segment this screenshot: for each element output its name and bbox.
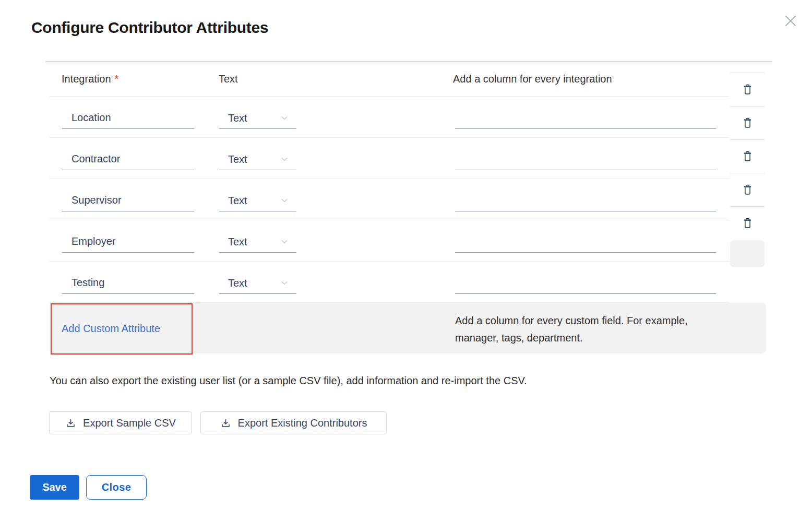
delete-attribute-button[interactable]	[730, 106, 765, 139]
delete-buttons-column	[730, 73, 765, 267]
add-custom-attribute-row: Add Custom Attribute Add a column for ev…	[50, 303, 766, 353]
attribute-type-value: Text	[228, 112, 247, 124]
table-row: Text	[50, 262, 729, 303]
page-title: Configure Contributor Attributes	[31, 19, 268, 37]
attribute-name-input[interactable]	[62, 194, 194, 211]
integration-row-description: Add a column for every integration	[453, 73, 612, 85]
attribute-column-input[interactable]	[455, 235, 716, 253]
delete-attribute-button[interactable]	[730, 73, 765, 106]
configure-contributor-attributes-modal: Configure Contributor Attributes Integra…	[0, 0, 812, 520]
required-asterisk: *	[115, 73, 119, 85]
integration-label: Integration	[62, 73, 111, 85]
attribute-name-input[interactable]	[62, 276, 194, 294]
export-sample-csv-label: Export Sample CSV	[83, 417, 176, 429]
delete-attribute-button[interactable]	[730, 173, 765, 206]
custom-row-description: Add a column for every custom field. For…	[455, 312, 688, 347]
attribute-name-label: Integration*	[62, 73, 118, 85]
attributes-table: Integration* Text Add a column for every…	[50, 62, 729, 353]
attribute-type-value: Text	[228, 236, 247, 247]
chevron-down-icon	[280, 237, 289, 246]
table-row: Text	[50, 97, 729, 138]
add-custom-attribute-link[interactable]: Add Custom Attribute	[62, 322, 160, 334]
download-icon	[220, 418, 231, 429]
attribute-type-value: Text	[228, 277, 247, 289]
export-note: You can also export the existing user li…	[50, 375, 527, 387]
attribute-type-label: Text	[219, 73, 238, 85]
attribute-column-input[interactable]	[455, 152, 716, 170]
trash-icon	[742, 217, 753, 229]
table-row: Text	[50, 179, 729, 220]
attribute-name-input[interactable]	[62, 152, 194, 170]
trash-icon	[742, 150, 753, 162]
attribute-column-input[interactable]	[455, 194, 716, 211]
attribute-type-value: Text	[228, 153, 247, 165]
chevron-down-icon	[280, 278, 289, 288]
save-button[interactable]: Save	[30, 475, 79, 500]
custom-row-description-line2: manager, tags, department.	[455, 329, 688, 347]
x-icon	[784, 14, 797, 28]
attribute-type-select[interactable]: Text	[219, 276, 296, 294]
export-existing-contributors-button[interactable]: Export Existing Contributors	[200, 411, 387, 434]
attribute-type-value: Text	[228, 195, 247, 206]
attribute-column-input[interactable]	[455, 276, 716, 294]
delete-attribute-button[interactable]	[730, 139, 765, 173]
chevron-down-icon	[280, 155, 289, 164]
empty-cell	[730, 240, 765, 267]
trash-icon	[742, 184, 753, 196]
attribute-name-input[interactable]	[62, 111, 194, 129]
attribute-type-select[interactable]: Text	[219, 111, 296, 129]
attribute-type-select[interactable]: Text	[219, 194, 296, 211]
custom-row-description-line1: Add a column for every custom field. For…	[455, 312, 688, 329]
chevron-down-icon	[280, 196, 289, 205]
attribute-type-select[interactable]: Text	[219, 235, 296, 253]
attribute-name-input[interactable]	[62, 235, 194, 253]
table-row: Text	[50, 220, 729, 262]
close-icon[interactable]	[782, 12, 799, 30]
trash-icon	[742, 84, 753, 96]
export-sample-csv-button[interactable]: Export Sample CSV	[49, 411, 192, 434]
chevron-down-icon	[280, 113, 289, 123]
download-icon	[65, 418, 76, 429]
export-existing-contributors-label: Export Existing Contributors	[238, 417, 367, 429]
table-row-integration: Integration* Text Add a column for every…	[50, 62, 729, 97]
close-button[interactable]: Close	[86, 475, 147, 500]
trash-icon	[742, 117, 753, 129]
table-row: Text	[50, 138, 729, 179]
attribute-type-select[interactable]: Text	[219, 152, 296, 170]
attribute-column-input[interactable]	[455, 111, 716, 129]
delete-attribute-button[interactable]	[730, 206, 765, 240]
